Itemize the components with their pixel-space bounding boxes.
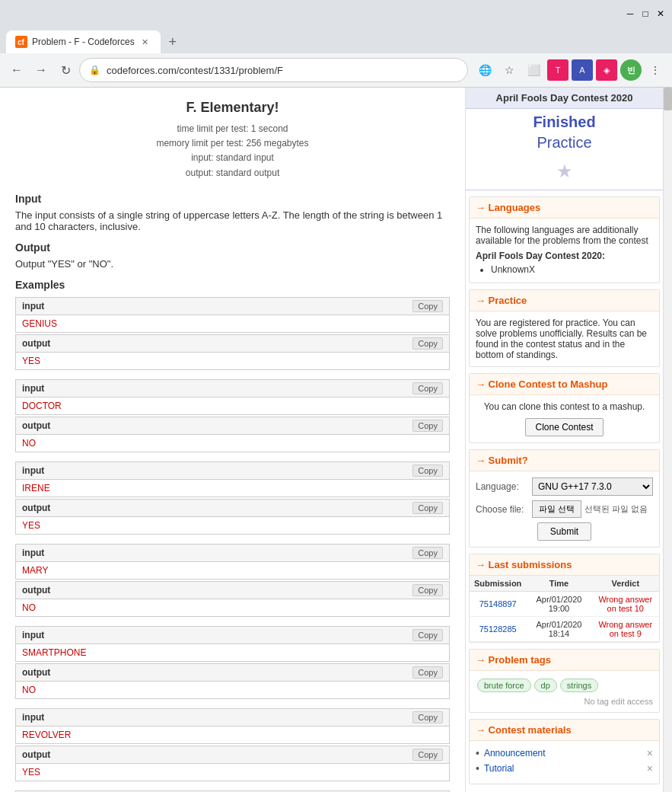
copy-output-button-4[interactable]: Copy — [412, 666, 443, 679]
input-type: input: standard input — [15, 151, 450, 165]
material-link-0[interactable]: Announcement — [484, 748, 546, 758]
reload-button[interactable]: ↻ — [55, 59, 76, 81]
lock-icon: 🔒 — [89, 65, 100, 75]
minimize-button[interactable]: ─ — [625, 8, 635, 19]
output-box-3: output Copy NO — [15, 581, 450, 617]
active-tab[interactable]: cf Problem - F - Codeforces ✕ — [6, 30, 161, 53]
sidebar: April Fools Day Contest 2020 Finished Pr… — [465, 88, 663, 792]
contest-header: April Fools Day Contest 2020 — [466, 88, 663, 109]
input-header-3: input Copy — [16, 544, 449, 562]
bullet-0: • — [476, 747, 479, 759]
tag-brute-force[interactable]: brute force — [477, 679, 531, 692]
lang-item: UnknownX — [491, 264, 653, 275]
file-select-button[interactable]: 파일 선택 — [532, 500, 581, 518]
copy-input-button-3[interactable]: Copy — [412, 547, 443, 559]
input-value-3: MARY — [16, 562, 449, 579]
example-group-3: input Copy MARY output Copy NO — [15, 544, 450, 617]
title-bar: ─ □ ✕ — [0, 0, 672, 27]
language-label: Language: — [476, 481, 529, 492]
star-icon[interactable]: ★ — [556, 161, 573, 181]
maximize-button[interactable]: □ — [640, 8, 651, 19]
sub-time-1: Apr/01/2020 18:14 — [526, 617, 591, 642]
tag-strings[interactable]: strings — [560, 679, 598, 692]
materials-title[interactable]: → Contest materials — [470, 720, 659, 741]
copy-output-button-5[interactable]: Copy — [412, 749, 443, 761]
no-tag-edit: No tag edit access — [476, 697, 653, 706]
copy-input-button-1[interactable]: Copy — [412, 382, 443, 394]
copy-input-button-5[interactable]: Copy — [412, 711, 443, 723]
submissions-title[interactable]: → Last submissions — [470, 554, 659, 576]
sub-link-0[interactable]: 75148897 — [479, 599, 517, 608]
bullet-1: • — [476, 762, 479, 774]
col-time: Time — [526, 576, 591, 592]
clone-title[interactable]: → Clone Contest to Mashup — [470, 374, 659, 395]
tab-close-button[interactable]: ✕ — [139, 36, 151, 48]
tag-dp[interactable]: dp — [534, 679, 557, 692]
input-label-4: input — [22, 630, 44, 640]
material-link-1[interactable]: Tutorial — [484, 763, 514, 774]
copy-output-button-2[interactable]: Copy — [412, 502, 443, 514]
material-close-0[interactable]: × — [647, 747, 653, 759]
input-box-2: input Copy IRENE — [15, 461, 450, 497]
page-container: F. Elementary! time limit per test: 1 se… — [0, 88, 672, 792]
material-item-0: • Announcement × — [476, 747, 653, 759]
tab-favicon: cf — [15, 36, 27, 48]
sub-link-1[interactable]: 75128285 — [479, 624, 517, 634]
languages-list: UnknownX — [476, 264, 653, 275]
problem-title: F. Elementary! — [15, 100, 450, 116]
star-area: ★ — [466, 156, 663, 190]
input-label-5: input — [22, 712, 44, 723]
output-section-title: Output — [15, 241, 450, 254]
translate-button[interactable]: 🌐 — [474, 59, 495, 81]
output-box-2: output Copy YES — [15, 499, 450, 535]
output-value-5: YES — [16, 764, 449, 781]
output-header-5: output Copy — [16, 746, 449, 764]
copy-output-button-1[interactable]: Copy — [412, 420, 443, 432]
ext3-button[interactable]: ◈ — [596, 59, 617, 81]
forward-button[interactable]: → — [30, 59, 52, 81]
sub-time-0: Apr/01/2020 19:00 — [526, 592, 591, 617]
tags-container: brute forcedpstrings — [476, 677, 653, 694]
example-group-4: input Copy SMARTPHONE output Copy NO — [15, 626, 450, 699]
scrollbar-track[interactable] — [663, 88, 672, 792]
output-box-5: output Copy YES — [15, 746, 450, 781]
sub-verdict-0: Wrong answer on test 10 — [592, 592, 659, 617]
submit-button[interactable]: Submit — [537, 522, 591, 541]
material-close-1[interactable]: × — [647, 762, 653, 774]
practice-label: Practice — [466, 133, 663, 156]
submit-title[interactable]: → Submit? — [470, 450, 659, 471]
output-description: Output "YES" or "NO". — [15, 258, 450, 270]
copy-output-button-0[interactable]: Copy — [412, 337, 443, 350]
new-tab-button[interactable]: + — [164, 33, 182, 51]
scrollbar-thumb[interactable] — [664, 88, 672, 110]
language-select[interactable]: GNU G++17 7.3.0 — [532, 477, 653, 496]
sub-id-0: 75148897 — [470, 592, 526, 617]
finished-label: Finished — [466, 109, 663, 133]
copy-output-button-3[interactable]: Copy — [412, 584, 443, 596]
example-group-0: input Copy GENIUS output Copy YES — [15, 297, 450, 370]
input-value-5: REVOLVER — [16, 727, 449, 743]
profile-button[interactable]: 빈 — [620, 59, 642, 81]
languages-title[interactable]: → Languages — [470, 197, 659, 219]
back-button[interactable]: ← — [6, 59, 27, 81]
practice-title[interactable]: → Practice — [470, 290, 659, 311]
screenshot-button[interactable]: ⬜ — [523, 59, 544, 81]
languages-body: The following languages are additionally… — [470, 219, 659, 283]
clone-contest-button[interactable]: Clone Contest — [525, 418, 603, 436]
output-box-1: output Copy NO — [15, 417, 450, 452]
copy-input-button-4[interactable]: Copy — [412, 629, 443, 641]
copy-input-button-0[interactable]: Copy — [412, 300, 443, 312]
copy-input-button-2[interactable]: Copy — [412, 465, 443, 477]
time-limit: time limit per test: 1 second — [15, 122, 450, 136]
bookmark-button[interactable]: ☆ — [498, 59, 520, 81]
problem-meta: time limit per test: 1 second memory lim… — [15, 122, 450, 180]
menu-button[interactable]: ⋮ — [645, 59, 666, 81]
close-button[interactable]: ✕ — [655, 8, 666, 19]
input-box-4: input Copy SMARTPHONE — [15, 626, 450, 662]
output-label-0: output — [22, 338, 50, 349]
tags-title[interactable]: → Problem tags — [470, 650, 659, 671]
address-bar[interactable]: 🔒 codeforces.com/contest/1331/problem/F — [79, 58, 468, 82]
ext1-button[interactable]: T — [547, 59, 568, 81]
ext2-button[interactable]: A — [572, 59, 593, 81]
languages-contest: April Fools Day Contest 2020: — [476, 251, 653, 261]
